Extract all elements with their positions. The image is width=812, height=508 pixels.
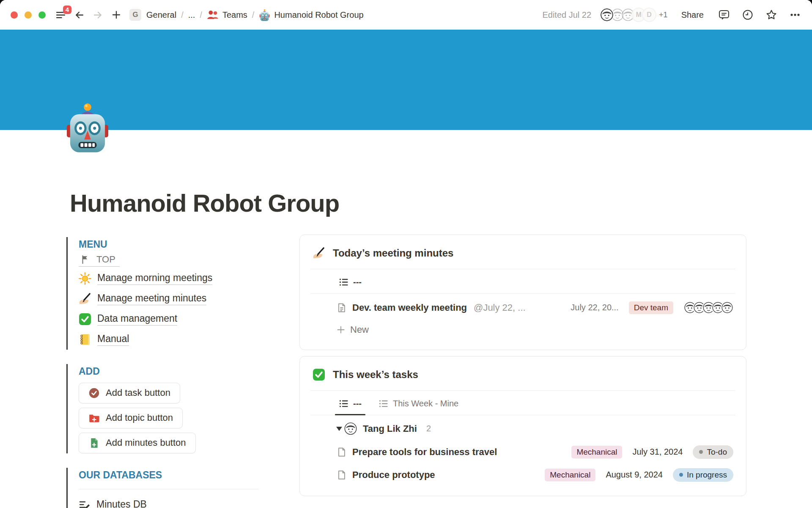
add-section: ADD Add task button Add topic button Add… <box>66 364 258 453</box>
avatar-overflow-count[interactable]: +1 <box>659 11 668 19</box>
link-top[interactable]: TOP <box>79 253 120 267</box>
page-icon-robot[interactable] <box>67 102 108 153</box>
right-column: Today’s meeting minutes --- Dev. team we… <box>299 235 746 502</box>
sidebar-toggle-button[interactable]: 4 <box>55 9 66 21</box>
link-manual[interactable]: Manual <box>79 333 129 346</box>
page-content: Humanoid Robot Group MENU TOP <box>0 190 812 508</box>
compose-icon <box>79 499 91 508</box>
breadcrumb-page[interactable]: Humanoid Robot Group <box>259 9 363 21</box>
list-view-icon <box>339 277 349 287</box>
viewer-avatars[interactable]: M D <box>600 8 656 22</box>
minutes-view-tab[interactable]: --- <box>336 276 364 293</box>
group-count: 2 <box>426 424 431 433</box>
back-icon <box>74 9 85 21</box>
workspace-chip[interactable]: G <box>129 9 141 21</box>
topbar-actions: Edited Jul 22 M D +1 Share <box>542 8 801 22</box>
new-page-icon <box>111 9 122 20</box>
avatar <box>600 8 614 22</box>
close-window-button[interactable] <box>11 11 18 19</box>
status-dot-icon <box>699 450 703 454</box>
cover-image[interactable] <box>0 30 812 130</box>
updates-button[interactable] <box>742 9 754 21</box>
page-title: Humanoid Robot Group <box>70 190 746 217</box>
meeting-row[interactable]: Dev. team weekly meeting @July 22, ... J… <box>336 296 733 319</box>
sun-icon <box>79 272 91 285</box>
tasks-view-tab-this-week-mine[interactable]: This Week - Mine <box>376 398 461 415</box>
topbar: 4 G General / ... / Teams / <box>0 0 812 30</box>
group-header-row: Tang Lik Zhi 2 <box>300 417 746 441</box>
link-manage-meeting-minutes[interactable]: Manage meeting minutes <box>79 293 206 305</box>
link-minutes-db[interactable]: Minutes DB <box>79 499 147 508</box>
task-check-icon <box>88 387 100 399</box>
notion-window: 4 G General / ... / Teams / <box>0 0 812 508</box>
breadcrumb-separator: / <box>181 10 184 20</box>
divider <box>79 489 259 489</box>
more-button[interactable] <box>789 9 801 21</box>
link-manage-morning-meetings[interactable]: Manage morning meetings <box>79 272 212 285</box>
comments-button[interactable] <box>718 9 730 21</box>
left-column: MENU TOP Manage morning meetings <box>66 237 258 508</box>
window-controls <box>11 11 46 19</box>
tasks-view-tab-active[interactable]: --- <box>336 398 364 415</box>
star-icon <box>765 9 777 21</box>
attendee-avatars <box>683 301 733 314</box>
task-row[interactable]: Prepare tools for business travel Mechan… <box>336 441 733 464</box>
share-button[interactable]: Share <box>679 10 706 20</box>
breadcrumb-teams[interactable]: Teams <box>207 10 247 20</box>
back-button[interactable] <box>74 9 85 21</box>
add-heading: ADD <box>79 364 258 378</box>
avatar-letter: D <box>642 8 656 22</box>
menu-section: MENU TOP Manage morning meetings <box>66 237 258 350</box>
writing-hand-icon <box>79 293 91 305</box>
new-row-button[interactable]: New <box>336 319 733 340</box>
minutes-card-title: Today’s meeting minutes <box>333 247 453 259</box>
date-mention: @July 22, ... <box>474 302 526 313</box>
avatar <box>343 422 358 436</box>
due-date: August 9, 2024 <box>606 470 663 480</box>
ledger-icon <box>79 333 91 346</box>
ellipsis-icon <box>789 9 801 21</box>
check-mark-icon <box>313 368 325 381</box>
add-minutes-button[interactable]: Add minutes button <box>79 433 196 453</box>
category-tag: Mechanical <box>545 469 595 481</box>
status-dot-icon <box>679 473 683 477</box>
databases-heading: OUR DATABASES <box>79 468 258 482</box>
flag-icon <box>80 254 91 265</box>
edited-timestamp: Edited Jul 22 <box>542 10 591 20</box>
team-tag: Dev team <box>629 301 673 314</box>
tasks-card-title: This week’s tasks <box>333 369 418 381</box>
category-tag: Mechanical <box>571 446 622 458</box>
due-date: July 31, 2024 <box>632 447 683 457</box>
menu-heading: MENU <box>79 237 258 251</box>
check-mark-icon <box>79 313 91 326</box>
avatar <box>721 301 733 314</box>
tasks-card: This week’s tasks --- This Week - Mine <box>299 356 746 496</box>
forward-button[interactable] <box>92 9 104 21</box>
add-task-button[interactable]: Add task button <box>79 383 180 403</box>
favorite-button[interactable] <box>765 9 777 21</box>
zoom-window-button[interactable] <box>38 11 46 19</box>
list-view-icon <box>339 398 349 409</box>
people-icon <box>207 10 219 20</box>
breadcrumb-general[interactable]: General <box>146 10 176 20</box>
file-plus-icon <box>88 437 100 449</box>
task-row[interactable]: Produce prototype Mechanical August 9, 2… <box>336 464 733 486</box>
new-page-button[interactable] <box>111 9 122 20</box>
page-icon <box>336 469 347 480</box>
writing-hand-icon <box>313 247 325 260</box>
clock-icon <box>742 9 754 21</box>
collapse-toggle-icon[interactable] <box>336 427 342 431</box>
breadcrumb-separator: / <box>252 10 255 20</box>
folder-plus-icon <box>88 412 100 424</box>
robot-icon <box>67 102 108 153</box>
minimize-window-button[interactable] <box>25 11 32 19</box>
forward-icon <box>92 9 104 21</box>
breadcrumb-separator: / <box>200 10 202 20</box>
robot-icon <box>259 9 270 21</box>
breadcrumb-ellipsis[interactable]: ... <box>188 10 195 20</box>
meeting-date: July 22, 20... <box>571 303 618 312</box>
page-icon <box>336 302 347 313</box>
group-name: Tang Lik Zhi <box>363 423 417 434</box>
add-topic-button[interactable]: Add topic button <box>79 408 183 428</box>
link-data-management[interactable]: Data management <box>79 313 177 326</box>
